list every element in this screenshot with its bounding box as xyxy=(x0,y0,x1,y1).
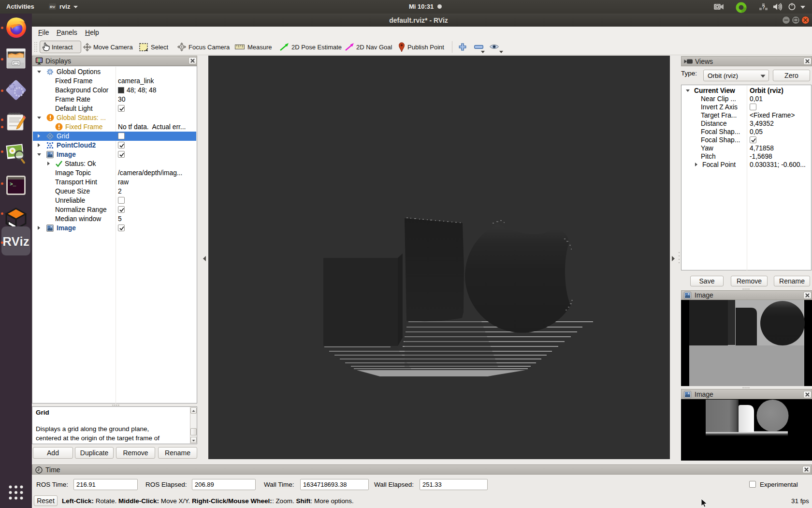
svg-text:RViz: RViz xyxy=(3,234,29,249)
svg-text:?: ? xyxy=(762,4,765,10)
svg-text:RV: RV xyxy=(50,5,56,9)
svg-text:>_: >_ xyxy=(10,181,16,187)
